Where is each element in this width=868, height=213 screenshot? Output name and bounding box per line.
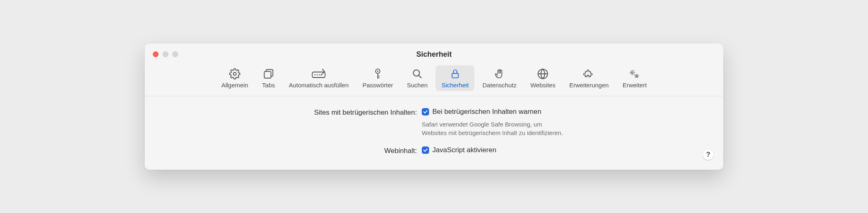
- tab-search[interactable]: Suchen: [401, 65, 434, 91]
- tab-label: Suchen: [407, 82, 428, 89]
- fraudulent-help-text: Safari verwendet Google Safe Browsing, u…: [422, 120, 568, 137]
- javascript-enable-checkbox-label[interactable]: JavaScript aktivieren: [432, 146, 496, 154]
- lock-icon: [450, 68, 460, 80]
- zoom-window-button: [172, 51, 178, 57]
- tab-websites[interactable]: Websites: [524, 65, 561, 91]
- search-icon: [412, 68, 423, 80]
- fraudulent-warn-checkbox-label[interactable]: Bei betrügerischen Inhalten warnen: [432, 108, 541, 116]
- preferences-toolbar: Allgemein Tabs Automatisc: [145, 65, 723, 96]
- svg-point-5: [319, 74, 320, 75]
- gears-icon: [628, 68, 641, 80]
- tab-tabs[interactable]: Tabs: [256, 65, 281, 91]
- fraudulent-sites-label: Sites mit betrügerischen Inhalten:: [161, 108, 422, 117]
- svg-point-0: [234, 73, 236, 75]
- tab-label: Erweiterungen: [569, 82, 609, 89]
- autofill-icon: [311, 68, 326, 80]
- fraudulent-warn-checkbox[interactable]: [422, 108, 429, 115]
- svg-point-3: [315, 74, 316, 75]
- tab-label: Sicherheit: [441, 82, 469, 89]
- svg-point-4: [317, 74, 318, 75]
- tab-general[interactable]: Allgemein: [216, 65, 254, 91]
- content-area: Sites mit betrügerischen Inhalten: Bei b…: [145, 96, 723, 170]
- globe-icon: [537, 68, 549, 80]
- tab-label: Tabs: [262, 82, 275, 89]
- hand-icon: [494, 68, 505, 80]
- gear-icon: [229, 68, 240, 80]
- fraudulent-sites-row: Sites mit betrügerischen Inhalten: Bei b…: [161, 108, 707, 137]
- preferences-window: Sicherheit Allgemein Tabs: [145, 43, 723, 170]
- close-window-button[interactable]: [153, 51, 159, 57]
- help-button[interactable]: ?: [703, 149, 714, 160]
- tab-label: Datenschutz: [482, 82, 516, 89]
- tab-security[interactable]: Sicherheit: [436, 65, 474, 91]
- key-icon: [372, 68, 383, 80]
- tab-advanced[interactable]: Erweitert: [617, 65, 652, 91]
- tabs-icon: [263, 68, 274, 80]
- tab-label: Erweitert: [623, 82, 647, 89]
- titlebar: Sicherheit: [145, 43, 723, 65]
- minimize-window-button: [163, 51, 168, 57]
- tab-label: Websites: [530, 82, 555, 89]
- tab-extensions[interactable]: Erweiterungen: [564, 65, 615, 91]
- tab-privacy[interactable]: Datenschutz: [477, 65, 522, 91]
- webcontent-label: Webinhalt:: [161, 146, 422, 155]
- puzzle-icon: [583, 68, 595, 80]
- svg-rect-9: [452, 73, 458, 78]
- tab-passwords[interactable]: Passwörter: [357, 65, 399, 91]
- svg-rect-1: [264, 71, 271, 78]
- tab-autofill[interactable]: Automatisch ausfüllen: [283, 65, 355, 91]
- tab-label: Allgemein: [221, 82, 248, 89]
- traffic-lights: [153, 51, 178, 57]
- svg-point-7: [377, 71, 378, 72]
- svg-point-12: [636, 75, 637, 77]
- tab-label: Passwörter: [362, 82, 393, 89]
- javascript-enable-checkbox[interactable]: [422, 146, 429, 154]
- svg-point-11: [632, 72, 633, 73]
- tab-label: Automatisch ausfüllen: [289, 82, 349, 89]
- webcontent-row: Webinhalt: JavaScript aktivieren: [161, 146, 707, 155]
- window-title: Sicherheit: [416, 50, 452, 59]
